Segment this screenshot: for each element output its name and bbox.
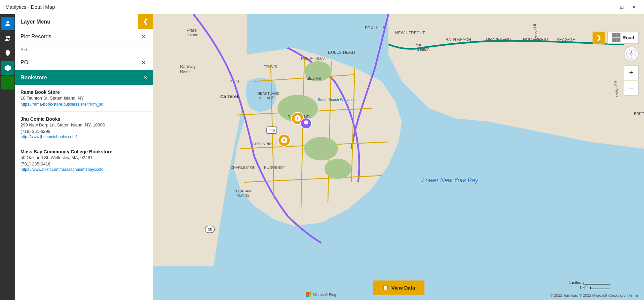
svg-text:NEW UTRECHT: NEW UTRECHT (395, 31, 425, 35)
plot-records-label: Plot Records (21, 34, 51, 40)
list-item: Mass Bay Community College Bookstore 50 … (15, 144, 153, 177)
svg-text:iding: iding (230, 78, 239, 83)
scale-bar: 1 miles 1 km (569, 280, 610, 289)
svg-text:PLEASANT: PLEASANT (234, 189, 253, 193)
poi-section: POI ✕ (15, 55, 153, 70)
map-type-label: Road (622, 35, 634, 40)
svg-text:SEAGATE: SEAGATE (557, 37, 575, 42)
svg-text:440: 440 (269, 128, 275, 133)
poi-name: Rama Book Store (21, 89, 147, 95)
poi-phone: (718) 351-6299 (21, 129, 147, 134)
poi-address: 50 Oakland St, Wellesley, MA, 02481 (21, 155, 147, 160)
svg-text:River: River (180, 69, 190, 74)
view-data-icon: 📋 (382, 285, 389, 291)
layer-panel: Layer Menu Plot Records ✕ Rel... POI ✕ B… (15, 14, 153, 300)
svg-text:BATH BEACH: BATH BEACH (446, 37, 471, 42)
map-controls-top: ❯ Road (593, 32, 639, 44)
svg-point-65 (304, 120, 308, 124)
bookstore-label: Bookstore (21, 75, 47, 81)
svg-text:CHARLESTON: CHARLESTON (230, 165, 256, 170)
window-buttons: ⊡ ✕ (617, 2, 639, 12)
svg-text:Lower New York Bay: Lower New York Bay (422, 177, 479, 184)
plot-records-close[interactable]: ✕ (139, 33, 147, 41)
poi-name: Mass Bay Community College Bookstore (21, 149, 147, 154)
svg-point-23 (325, 159, 351, 179)
svg-text:GRAVESEND: GRAVESEND (486, 37, 511, 42)
poi-url[interactable]: http://www.jhucomicbooks.com/ (21, 135, 147, 139)
collapse-panel-button[interactable]: ❮ (138, 14, 153, 29)
scale-indicator-miles (583, 283, 610, 285)
collapse-icon: ❮ (143, 18, 148, 25)
svg-text:GREENRIDGE: GREENRIDGE (252, 142, 277, 146)
svg-text:South Beach Wetlands: South Beach Wetlands (318, 98, 355, 102)
view-data-button[interactable]: 📋 View Data (373, 280, 425, 295)
svg-text:HEARTLAND: HEARTLAND (257, 91, 279, 96)
zoom-in-button[interactable]: + (624, 65, 639, 80)
view-data-label: View Data (391, 285, 415, 291)
list-item: Rama Book Store 10 Taunton St, Staten Is… (15, 85, 153, 112)
poi-address: 299 New Dorp Ln, Staten Island, NY, 1030… (21, 122, 147, 127)
list-item: Jhu Comic Books 299 New Dorp Ln, Staten … (15, 112, 153, 144)
map-attribution: © 2022 TomTom, © 2022 Microsoft Corporat… (550, 293, 639, 297)
sidebar-icon-network[interactable] (1, 61, 14, 75)
scale-indicator-km (590, 287, 610, 289)
svg-point-71 (630, 53, 632, 55)
microsoft-flag-icon (306, 292, 311, 297)
attribution-text: © 2022 TomTom, © 2022 Microsoft Corporat… (550, 293, 639, 297)
restore-button[interactable]: ⊡ (617, 2, 627, 12)
map-nav-arrow[interactable]: ❯ (593, 32, 605, 44)
map-area[interactable]: Rahway River Carteret TRAVIS HEARTLAND V… (153, 14, 644, 300)
svg-text:BULLS HEAD: BULLS HEAD (328, 50, 355, 55)
sidebar-icon-location[interactable] (1, 46, 14, 60)
layer-menu-header: Layer Menu (15, 14, 153, 29)
poi-phone: (781) 235-0416 (21, 161, 147, 166)
map-type-button[interactable]: Road (607, 32, 639, 44)
bing-text: Microsoft Bing (313, 293, 336, 297)
svg-text:Carteret: Carteret (220, 94, 238, 99)
svg-text:PLAINS: PLAINS (236, 193, 250, 197)
sidebar-icon-download[interactable] (1, 76, 14, 89)
app-title: Maplytics - Detail Map (5, 4, 55, 10)
bing-logo: Microsoft Bing (306, 292, 336, 297)
plot-records-section: Plot Records ✕ (15, 29, 153, 44)
svg-text:HUGUENOT: HUGUENOT (264, 165, 285, 170)
zoom-out-button[interactable]: − (624, 81, 639, 96)
sidebar (0, 14, 15, 300)
compass-button[interactable] (624, 46, 639, 61)
svg-point-1 (6, 36, 8, 38)
svg-text:FOX HILLS: FOX HILLS (365, 26, 385, 30)
map-type-icon (612, 33, 620, 42)
bookstore-close[interactable]: ✕ (143, 74, 147, 81)
svg-point-0 (6, 21, 9, 24)
sidebar-icon-person[interactable] (1, 17, 14, 30)
poi-close[interactable]: ✕ (139, 59, 147, 67)
close-button[interactable]: ✕ (629, 2, 639, 12)
svg-text:Fort: Fort (415, 42, 423, 47)
svg-text:BREEZY P: BREEZY P (634, 112, 644, 116)
zoom-controls: + − (624, 65, 639, 96)
poi-label: POI (21, 60, 30, 66)
poi-address: 10 Taunton St, Staten Island, NY (21, 96, 147, 101)
title-bar: Maplytics - Detail Map ⊡ ✕ (0, 0, 644, 14)
poi-url[interactable]: https://www.bkstr.com/massachusettsbaycc… (21, 167, 147, 172)
svg-text:Rahway: Rahway (180, 64, 196, 69)
svg-text:Pralls: Pralls (187, 28, 197, 33)
partial-text: Rel... (15, 44, 153, 55)
svg-text:Island: Island (188, 33, 198, 37)
svg-point-2 (8, 36, 9, 38)
svg-text:Hamilton: Hamilton (414, 47, 429, 52)
svg-text:35: 35 (208, 228, 212, 232)
bookstore-header: Bookstore ✕ (15, 70, 153, 85)
svg-text:TRAVIS: TRAVIS (264, 65, 277, 69)
svg-point-22 (304, 137, 338, 160)
svg-text:VILLAGE: VILLAGE (259, 96, 274, 100)
poi-url[interactable]: https://rama-book-store.business.site/?u… (21, 102, 147, 107)
svg-text:FRESH KILLS: FRESH KILLS (301, 56, 325, 60)
sidebar-icon-team[interactable] (1, 32, 14, 45)
scale-miles: 1 miles (569, 280, 581, 285)
scale-km: 1 km (579, 285, 588, 289)
poi-name: Jhu Comic Books (21, 116, 147, 122)
map-svg: Rahway River Carteret TRAVIS HEARTLAND V… (153, 14, 644, 300)
